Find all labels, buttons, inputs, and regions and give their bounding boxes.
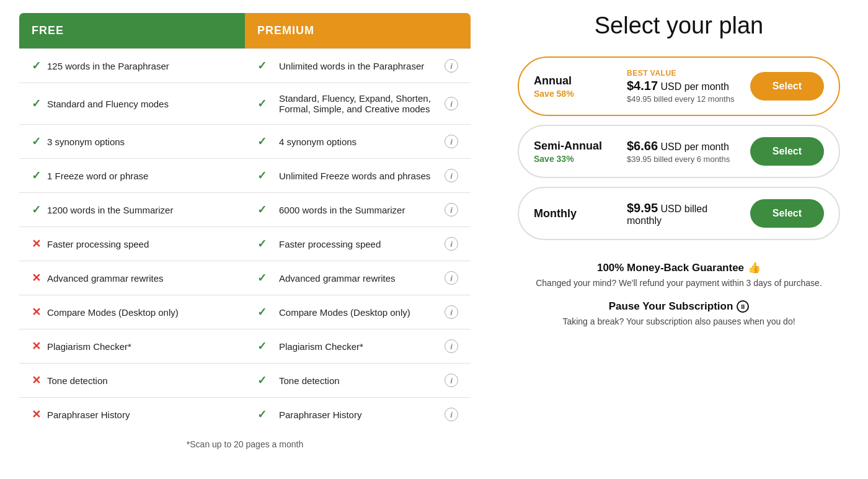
annual-plan-name: Annual xyxy=(534,74,614,87)
cell-premium-7: ✓Compare Modes (Desktop only)i xyxy=(245,295,471,329)
semi-annual-price-sub: $39.95 billed every 6 months xyxy=(627,154,738,164)
check-icon: ✓ xyxy=(257,135,267,148)
semi-annual-price-amount: $6.66 xyxy=(627,139,658,153)
premium-feature-text: Standard, Fluency, Expand, Shorten, Form… xyxy=(279,93,445,114)
annual-select-button[interactable]: Select xyxy=(750,72,824,101)
check-icon: ✓ xyxy=(32,60,41,72)
table-row: ✓125 words in the Paraphraser✓Unlimited … xyxy=(19,49,471,83)
annual-price-block: Best Value $4.17 USD per month $49.95 bi… xyxy=(614,69,750,104)
cell-free-8: ✕Plagiarism Checker* xyxy=(19,329,246,364)
cell-free-7: ✕Compare Modes (Desktop only) xyxy=(19,295,246,329)
semi-annual-price-block: $6.66 USD per month $39.95 billed every … xyxy=(614,139,750,164)
cell-premium-8: ✓Plagiarism Checker*i xyxy=(245,329,471,364)
monthly-price-block: $9.95 USD billed monthly xyxy=(614,201,750,226)
check-icon: ✓ xyxy=(257,305,267,319)
cross-icon: ✕ xyxy=(32,272,41,284)
semi-annual-plan-name: Semi-Annual xyxy=(534,140,614,153)
cell-premium-0: ✓Unlimited words in the Paraphraseri xyxy=(245,49,471,83)
annual-name-block: Annual Save 58% xyxy=(534,74,614,99)
plan-card-semi-annual[interactable]: Semi-Annual Save 33% $6.66 USD per month… xyxy=(518,125,840,178)
table-row: ✕Faster processing speed✓Faster processi… xyxy=(19,227,471,261)
pause-text: Taking a break? Your subscription also p… xyxy=(536,316,822,326)
check-icon: ✓ xyxy=(257,59,267,73)
cell-premium-9: ✓Tone detectioni xyxy=(245,364,471,398)
premium-feature-text: Compare Modes (Desktop only) xyxy=(279,307,410,318)
cross-icon: ✕ xyxy=(32,306,41,318)
pause-title: Pause Your Subscription ⏸ xyxy=(536,300,822,313)
pause-title-text: Pause Your Subscription xyxy=(609,300,733,313)
info-icon[interactable]: i xyxy=(445,203,458,217)
cell-free-5: ✕Faster processing speed xyxy=(19,227,246,261)
table-row: ✕Paraphraser History✓Paraphraser History… xyxy=(19,398,471,432)
guarantee-title-text: 100% Money-Back Guarantee xyxy=(597,262,744,274)
semi-annual-select-button[interactable]: Select xyxy=(750,137,824,166)
info-icon[interactable]: i xyxy=(445,237,458,251)
monthly-plan-name: Monthly xyxy=(534,207,614,220)
info-icon[interactable]: i xyxy=(445,59,458,73)
check-icon: ✓ xyxy=(257,271,267,285)
free-feature-text: 3 synonym options xyxy=(47,137,125,147)
check-icon: ✓ xyxy=(32,169,41,182)
annual-best-value: Best Value xyxy=(627,69,738,78)
monthly-price-amount: $9.95 xyxy=(627,201,658,215)
info-icon[interactable]: i xyxy=(445,339,458,353)
semi-annual-save: Save 33% xyxy=(534,154,614,164)
info-icon[interactable]: i xyxy=(445,135,458,148)
semi-annual-price-unit: USD per month xyxy=(661,141,729,152)
info-icon[interactable]: i xyxy=(445,271,458,285)
cell-premium-2: ✓4 synonym optionsi xyxy=(245,125,471,159)
cross-icon: ✕ xyxy=(32,374,41,387)
table-row: ✕Advanced grammar rewrites✓Advanced gram… xyxy=(19,261,471,295)
cell-free-1: ✓Standard and Fluency modes xyxy=(19,83,246,125)
free-feature-text: 1 Freeze word or phrase xyxy=(47,171,148,181)
info-icon[interactable]: i xyxy=(445,374,458,387)
check-icon: ✓ xyxy=(257,374,267,387)
comparison-section: FREE PREMIUM ✓125 words in the Paraphras… xyxy=(0,0,490,479)
cell-free-2: ✓3 synonym options xyxy=(19,125,246,159)
premium-feature-text: Advanced grammar rewrites xyxy=(279,273,396,284)
guarantee-section: 100% Money-Back Guarantee 👍 Changed your… xyxy=(536,261,822,326)
check-icon: ✓ xyxy=(257,237,267,251)
cell-free-3: ✓1 Freeze word or phrase xyxy=(19,159,246,193)
annual-price-main: $4.17 USD per month xyxy=(627,79,738,93)
premium-feature-text: 6000 words in the Summarizer xyxy=(279,205,405,215)
table-row: ✕Tone detection✓Tone detectioni xyxy=(19,364,471,398)
info-icon[interactable]: i xyxy=(445,305,458,319)
info-icon[interactable]: i xyxy=(445,169,458,182)
free-feature-text: Faster processing speed xyxy=(47,239,149,249)
col-premium-header: PREMIUM xyxy=(245,13,471,49)
annual-price-amount: $4.17 xyxy=(627,79,658,92)
cell-premium-1: ✓Standard, Fluency, Expand, Shorten, For… xyxy=(245,83,471,125)
semi-annual-price-main: $6.66 USD per month xyxy=(627,139,738,153)
info-icon[interactable]: i xyxy=(445,408,458,421)
free-feature-text: 1200 words in the Summarizer xyxy=(47,205,173,215)
check-icon: ✓ xyxy=(257,97,267,110)
monthly-name-block: Monthly xyxy=(534,207,614,220)
plan-card-monthly[interactable]: Monthly $9.95 USD billed monthly Select xyxy=(518,187,840,240)
check-icon: ✓ xyxy=(32,97,41,110)
cell-premium-5: ✓Faster processing speedi xyxy=(245,227,471,261)
table-footnote: *Scan up to 20 pages a month xyxy=(19,432,471,452)
cell-free-4: ✓1200 words in the Summarizer xyxy=(19,193,246,227)
check-icon: ✓ xyxy=(257,203,267,217)
cross-icon: ✕ xyxy=(32,238,41,250)
free-feature-text: Advanced grammar rewrites xyxy=(47,273,164,284)
annual-save: Save 58% xyxy=(534,89,614,99)
free-feature-text: 125 words in the Paraphraser xyxy=(47,61,169,71)
monthly-select-button[interactable]: Select xyxy=(750,199,824,228)
check-icon: ✓ xyxy=(257,169,267,182)
premium-feature-text: Unlimited words in the Paraphraser xyxy=(279,61,424,71)
cross-icon: ✕ xyxy=(32,340,41,352)
premium-feature-text: Paraphraser History xyxy=(279,410,361,420)
annual-price-unit: USD per month xyxy=(661,81,729,92)
plan-card-annual[interactable]: Annual Save 58% Best Value $4.17 USD per… xyxy=(518,56,840,116)
free-feature-text: Tone detection xyxy=(47,375,108,386)
check-icon: ✓ xyxy=(257,339,267,353)
free-feature-text: Plagiarism Checker* xyxy=(47,341,131,352)
premium-feature-text: Faster processing speed xyxy=(279,239,381,249)
premium-feature-text: Tone detection xyxy=(279,375,340,386)
check-icon: ✓ xyxy=(257,408,267,421)
plan-section: Select your plan Annual Save 58% Best Va… xyxy=(490,0,868,479)
info-icon[interactable]: i xyxy=(445,97,458,110)
cell-free-0: ✓125 words in the Paraphraser xyxy=(19,49,246,83)
